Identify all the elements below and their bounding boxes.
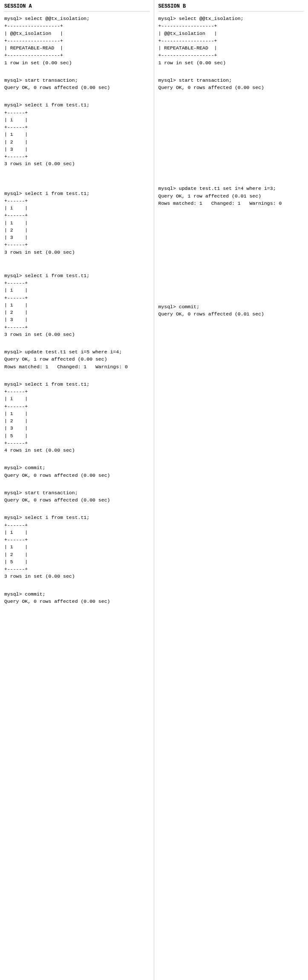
line: | 1 | xyxy=(4,219,150,226)
line: 4 rows in set (0.00 sec) xyxy=(4,447,150,454)
line: | 3 | xyxy=(4,316,150,323)
line: +------+ xyxy=(4,241,150,248)
sb-block-1: mysql> select @@tx_isolation; +---------… xyxy=(158,15,304,66)
sa-block-3: mysql> select i from test.t1; +------+ |… xyxy=(4,101,150,167)
line: 3 rows in set (0.00 sec) xyxy=(4,573,150,580)
line: | 1 | xyxy=(4,131,150,138)
sa-block-7: mysql> select i from test.t1; +------+ |… xyxy=(4,381,150,454)
line: | i | xyxy=(4,395,150,402)
line: | 2 | xyxy=(4,551,150,558)
line: mysql> update test.t1 set i=5 where i=4; xyxy=(4,348,150,355)
session-a-header: SESSION A xyxy=(4,3,150,11)
line: | i | xyxy=(4,116,150,123)
sb-block-2: mysql> start transaction; Query OK, 0 ro… xyxy=(158,77,304,92)
line: mysql> select @@tx_isolation; xyxy=(158,15,304,22)
line: Query OK, 1 row affected (0.01 sec) xyxy=(158,192,304,200)
line: | @@tx_isolation | xyxy=(158,30,304,37)
line: | i | xyxy=(4,287,150,294)
sa-block-8: mysql> commit; Query OK, 0 rows affected… xyxy=(4,464,150,479)
line: Rows matched: 1 Changed: 1 Warnings: 0 xyxy=(4,363,150,370)
line: 3 rows in set (0.00 sec) xyxy=(4,249,150,256)
line: mysql> select i from test.t1; xyxy=(4,101,150,109)
line: 3 rows in set (0.00 sec) xyxy=(4,331,150,338)
line: +------+ xyxy=(4,109,150,116)
sa-block-6: mysql> update test.t1 set i=5 where i=4;… xyxy=(4,348,150,370)
line: | 5 | xyxy=(4,558,150,565)
line: | 3 | xyxy=(4,234,150,241)
line: Query OK, 1 row affected (0.00 sec) xyxy=(4,355,150,363)
sa-block-5: mysql> select i from test.t1; +------+ |… xyxy=(4,272,150,338)
line: | 1 | xyxy=(4,301,150,309)
line: +------+ xyxy=(4,123,150,131)
line: | 2 | xyxy=(4,138,150,146)
line: Query OK, 0 rows affected (0.01 sec) xyxy=(158,310,304,318)
line: +------------------+ xyxy=(4,52,150,59)
line: mysql> start transaction; xyxy=(4,489,150,496)
line: 3 rows in set (0.00 sec) xyxy=(4,160,150,167)
line: Query OK, 0 rows affected (0.00 sec) xyxy=(4,84,150,91)
line: +------+ xyxy=(4,403,150,410)
line: +------------------+ xyxy=(4,22,150,29)
line: mysql> select i from test.t1; xyxy=(4,381,150,388)
line: | i | xyxy=(4,204,150,212)
sa-block-11: mysql> commit; Query OK, 0 rows affected… xyxy=(4,590,150,605)
line: | REPEATABLE-READ | xyxy=(4,44,150,52)
main-container: SESSION A mysql> select @@tx_isolation; … xyxy=(0,0,308,980)
line: | 5 | xyxy=(4,432,150,439)
line: | 2 | xyxy=(4,417,150,424)
line: mysql> commit; xyxy=(4,464,150,471)
sa-block-2: mysql> start transaction; Query OK, 0 ro… xyxy=(4,77,150,92)
line: +------+ xyxy=(4,522,150,529)
line: | 2 | xyxy=(4,226,150,234)
line: mysql> update test.t1 set i=4 where i=3; xyxy=(158,185,304,192)
line: mysql> select i from test.t1; xyxy=(4,190,150,197)
line: +------+ xyxy=(4,388,150,395)
line: | 3 | xyxy=(4,424,150,432)
line: | 2 | xyxy=(4,309,150,316)
sb-block-4: mysql> commit; Query OK, 0 rows affected… xyxy=(158,303,304,318)
line: Rows matched: 1 Changed: 1 Warnings: 0 xyxy=(158,200,304,207)
line: +------+ xyxy=(4,212,150,219)
line: | i | xyxy=(4,529,150,536)
sa-block-4: mysql> select i from test.t1; +------+ |… xyxy=(4,190,150,256)
sa-block-10: mysql> select i from test.t1; +------+ |… xyxy=(4,514,150,580)
session-a-column: SESSION A mysql> select @@tx_isolation; … xyxy=(0,0,154,980)
line: +------+ xyxy=(4,324,150,331)
session-b-header: SESSION B xyxy=(158,3,304,11)
line: Query OK, 0 rows affected (0.00 sec) xyxy=(158,84,304,91)
line: +------------------+ xyxy=(4,37,150,44)
line: mysql> select i from test.t1; xyxy=(4,272,150,279)
line: mysql> select i from test.t1; xyxy=(4,514,150,521)
line: | 1 | xyxy=(4,543,150,550)
sa-block-9: mysql> start transaction; Query OK, 0 ro… xyxy=(4,489,150,504)
line: +------+ xyxy=(4,294,150,301)
line: +------+ xyxy=(4,279,150,287)
line: mysql> start transaction; xyxy=(4,77,150,84)
line: Query OK, 0 rows affected (0.00 sec) xyxy=(4,472,150,479)
line: +------+ xyxy=(4,439,150,447)
line: | 1 | xyxy=(4,410,150,417)
line: mysql> commit; xyxy=(4,590,150,598)
line: +------------------+ xyxy=(158,52,304,59)
line: 1 row in set (0.00 sec) xyxy=(4,59,150,66)
sb-block-3: mysql> update test.t1 set i=4 where i=3;… xyxy=(158,185,304,207)
line: +------+ xyxy=(4,536,150,543)
line: +------------------+ xyxy=(158,22,304,29)
line: +------+ xyxy=(4,197,150,204)
line: Query OK, 0 rows affected (0.00 sec) xyxy=(4,598,150,605)
sa-block-1: mysql> select @@tx_isolation; +---------… xyxy=(4,15,150,66)
line: mysql> start transaction; xyxy=(158,77,304,84)
line: +------+ xyxy=(4,153,150,160)
line: mysql> select @@tx_isolation; xyxy=(4,15,150,22)
line: +------------------+ xyxy=(158,37,304,44)
session-b-column: SESSION B mysql> select @@tx_isolation; … xyxy=(154,0,308,980)
line: Query OK, 0 rows affected (0.00 sec) xyxy=(4,496,150,504)
line: | REPEATABLE-READ | xyxy=(158,44,304,52)
line: mysql> commit; xyxy=(158,303,304,310)
line: | @@tx_isolation | xyxy=(4,30,150,37)
line: 1 row in set (0.00 sec) xyxy=(158,59,304,66)
line: +------+ xyxy=(4,565,150,573)
line: | 3 | xyxy=(4,146,150,153)
